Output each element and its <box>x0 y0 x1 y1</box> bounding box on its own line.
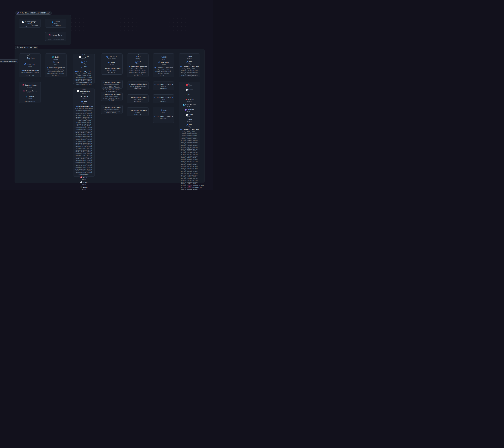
service-unclaimed-open-ports[interactable]: Unclaimed Open Ports60002/tcp, 53/tcp, 8… <box>20 69 40 74</box>
service-hawser[interactable]: hawser2376/tcp <box>20 96 40 100</box>
service-unclaimed-open-ports[interactable]: Unclaimed Open Ports111/tcp, 2376/tcp, 4… <box>154 67 174 74</box>
host-card-gateway[interactable]: _gatewayDns Server53/udpDhcp Server67/ud… <box>19 54 41 77</box>
service-ssh[interactable]: SSH22/tcp <box>180 124 199 128</box>
unknown-network-header[interactable]: Unknown: 192.168.1.0/24 <box>15 46 38 49</box>
service-nfs[interactable]: NFS2049/tcp <box>128 56 148 60</box>
service-radarr[interactable]: Radarr7878/tcp <box>180 94 199 98</box>
host-card-gary[interactable]: garyWizarr5690/tcpSonarr8989/tcpRadarr78… <box>179 82 200 150</box>
service-ssh[interactable]: SSH22/tcp <box>154 56 174 60</box>
service-snmp[interactable]: SNMP161/udp <box>102 61 122 66</box>
service-ports: 515/tcp, 631/tcp <box>102 58 122 60</box>
host-title: sheldon <box>73 54 94 56</box>
service-ports: 60073/tcp <box>20 86 40 88</box>
service-caddy[interactable]: Caddy2019/tcp <box>46 56 66 60</box>
service-unclaimed-open-ports[interactable]: Unclaimed Open Ports111/tcp, 2376/tcp, 4… <box>180 129 199 189</box>
ethernet-icon <box>103 67 105 69</box>
host-card-sheldon[interactable]: sheldonMongoDB27017/tcpNFS2049/tcpSSH22/… <box>73 54 95 84</box>
service-unclaimed-open-ports[interactable]: Unclaimed Open Ports80/tcp, 443/tcp <box>154 115 174 119</box>
service-ssh[interactable]: SSH22/tcp <box>180 61 199 65</box>
host-card-host-57[interactable]: Unclaimed Open Ports3366/tcp, 3367/tcp, … <box>101 105 123 114</box>
service-unclaimed-open-ports[interactable]: Unclaimed Open Ports80/tcp, 443/tcp, 220… <box>102 93 122 101</box>
service-row: Wizarr <box>180 84 199 86</box>
service-row: NFS <box>74 61 94 63</box>
service-ssh[interactable]: SSH22/tcp <box>74 100 94 105</box>
service-sonarr[interactable]: Sonarr8989/tcp <box>74 181 94 185</box>
service-scanopy-daemon[interactable]: SScanopy Daemon60073/tcp <box>20 84 40 88</box>
service-row: Unclaimed Open Ports <box>128 109 148 111</box>
service-bazarr[interactable]: Bazarr6767/tcp <box>180 114 199 118</box>
service-ollama[interactable]: Ollama11434/tcp <box>74 95 94 99</box>
service-ports: 7575/tcp <box>180 101 199 103</box>
service-mongodb[interactable]: MongoDB27017/tcp <box>74 56 94 60</box>
service-dhcp-server[interactable]: Dhcp Server67/udp <box>20 63 40 67</box>
service-dns-server[interactable]: Dns Server53/udp <box>20 57 40 61</box>
host-card-bob[interactable]: bobCaddy2019/tcpSSH22/tcpUnclaimed Open … <box>45 54 67 77</box>
host-card-scanopy-daemon-host[interactable]: SScanopy Daemon60073/tcpSScanopy Server6… <box>19 82 41 103</box>
service-unclaimed-open-ports[interactable]: Unclaimed Open Ports64660/tcp <box>154 83 174 87</box>
service-ssh[interactable]: SSH22/tcp <box>154 110 174 113</box>
docker-bridge-header[interactable]: Docker Bridge: (172.17.0.0/16, 172.31.0.… <box>15 11 52 15</box>
service-unclaimed-open-ports[interactable]: Unclaimed Open Ports111/tcp, 2376/tcp, 4… <box>128 66 148 75</box>
host-card-host-70[interactable]: Unclaimed Open Ports64660/tcp192.168.1.7… <box>153 81 174 90</box>
service-row: Bazarr <box>180 114 199 116</box>
service-scanopy-server[interactable]: SScanopy Server60072/tcp <box>46 34 66 38</box>
host-card-host-63[interactable]: Unclaimed Open Ports1716/tcp, 9993/tcp19… <box>127 94 148 103</box>
service-radarr[interactable]: Radarr7878/tcp <box>74 186 94 189</box>
service-ssh[interactable]: SSH22/tcp <box>46 61 66 65</box>
service-label: SSH <box>84 101 87 102</box>
service-print-server[interactable]: Print Server515/tcp, 631/tcp <box>102 56 122 60</box>
service-jellyseerr[interactable]: Jellyseerr5055/tcp <box>180 109 199 113</box>
host-card-host-115[interactable]: Unclaimed Open Ports6466/tcp, 6467/tcp, … <box>101 80 123 89</box>
service-unclaimed-open-ports[interactable]: Unclaimed Open Ports443/tcp, 9100/tcp <box>102 67 122 71</box>
host-card-hawser-bridge[interactable]: hawser2376/tcpbridge: 172.17.0.2 <box>45 19 66 28</box>
service-unclaimed-open-ports[interactable]: Unclaimed Open Ports80/tcp, 443/tcp, 222… <box>74 105 94 175</box>
service-label: Unclaimed Open Ports <box>23 70 39 71</box>
service-label: NTP Server <box>161 62 169 63</box>
service-scanopy-postgres[interactable]: scanopy-postgres5432/tcp <box>19 21 40 25</box>
service-row: SNMP <box>102 61 122 64</box>
service-unclaimed-open-ports[interactable]: Unclaimed Open Ports80/tcp, 111/tcp, 237… <box>74 71 94 85</box>
host-card-host-10[interactable]: SSH22/tcpUnclaimed Open Ports80/tcp, 443… <box>153 107 174 123</box>
service-wizarr[interactable]: Wizarr5690/tcp <box>74 176 94 180</box>
service-homarr[interactable]: Homarr7575/tcp <box>180 99 199 103</box>
host-card-host-181[interactable]: Unclaimed Open Ports6668/tcp192.168.1.18… <box>127 107 148 116</box>
host-card-scanopy-postgres[interactable]: scanopy-postgres5432/tcpscanopy_scanopy:… <box>19 19 41 28</box>
service-ports: 22/tcp <box>74 68 94 70</box>
host-card-bernie[interactable]: bernieSSH22/tcpNTP Server123/udpUnclaime… <box>153 54 174 77</box>
host-card-scanopy-server-bridge[interactable]: SScanopy Server60072/tcpscanopy_scanopy:… <box>45 32 66 41</box>
service-label: Unclaimed Open Ports <box>131 96 147 98</box>
service-unclaimed-open-ports[interactable]: Unclaimed Open Ports80/tcp, 111/tcp, 443… <box>46 67 66 74</box>
service-ntp-server[interactable]: NTP Server123/udp <box>154 61 174 65</box>
host-card-patrick[interactable]: patrickPaperless-NGX8000/tcpOllama11434/… <box>73 88 95 176</box>
service-nfs[interactable]: NFS2049/tcp <box>74 61 94 65</box>
service-nfs[interactable]: NFS2049/tcp <box>180 119 199 123</box>
service-label: Unclaimed Open Ports <box>157 96 173 98</box>
service-unclaimed-open-ports[interactable]: Unclaimed Open Ports6668/tcp <box>128 109 148 113</box>
service-label: SSH <box>138 61 141 62</box>
host-card-print-server-host[interactable]: Print Server515/tcp, 631/tcpSNMP161/udpU… <box>101 54 123 75</box>
service-hawser[interactable]: hawser2376/tcp <box>46 21 66 25</box>
host-card-host-127[interactable]: Unclaimed Open Ports1716/tcp, 51692/tcp,… <box>127 81 148 90</box>
service-wizarr[interactable]: Wizarr5690/tcp <box>180 84 199 88</box>
host-title: _gateway <box>19 54 40 56</box>
service-ssh[interactable]: SSH22/tcp <box>128 61 148 65</box>
service-sonarr[interactable]: Sonarr8989/tcp <box>180 89 199 93</box>
service-unclaimed-open-ports[interactable]: Unclaimed Open Ports1716/tcp, 9993/tcp <box>128 96 148 100</box>
service-unclaimed-open-ports[interactable]: Unclaimed Open Ports80/tcp <box>154 96 174 100</box>
host-address: 192.168.1.57 <box>101 111 122 113</box>
service-row: Paperless-NGX <box>74 90 94 93</box>
host-card-krabs[interactable]: krabsNFS2049/tcpSSH22/tcpUnclaimed Open … <box>179 54 200 77</box>
service-label: Unclaimed Open Ports <box>183 66 199 68</box>
service-home-assistant[interactable]: Home Assistant8123/tcp <box>180 104 199 108</box>
host-card-host-77[interactable]: Unclaimed Open Ports80/tcp192.168.1.77 <box>153 94 174 103</box>
host-card-sandy[interactable]: sandyNFS2049/tcpSSH22/tcpUnclaimed Open … <box>127 54 148 77</box>
service-nfs[interactable]: NFS2049/tcp <box>180 56 199 60</box>
host-address: 192.168.1.15 <box>179 75 200 76</box>
service-row: Unclaimed Open Ports <box>128 96 148 98</box>
service-scanopy-server[interactable]: SScanopy Server60072/tcp <box>20 90 40 94</box>
scanopy-credit[interactable]: S Created using scanopy.net <box>188 184 213 188</box>
service-paperless-ngx[interactable]: Paperless-NGX8000/tcp <box>74 90 94 94</box>
service-ssh[interactable]: SSH22/tcp <box>74 66 94 70</box>
host-card-host-62[interactable]: Unclaimed Open Ports80/tcp, 443/tcp, 220… <box>101 92 123 101</box>
service-ports: 5432/tcp <box>19 23 40 25</box>
